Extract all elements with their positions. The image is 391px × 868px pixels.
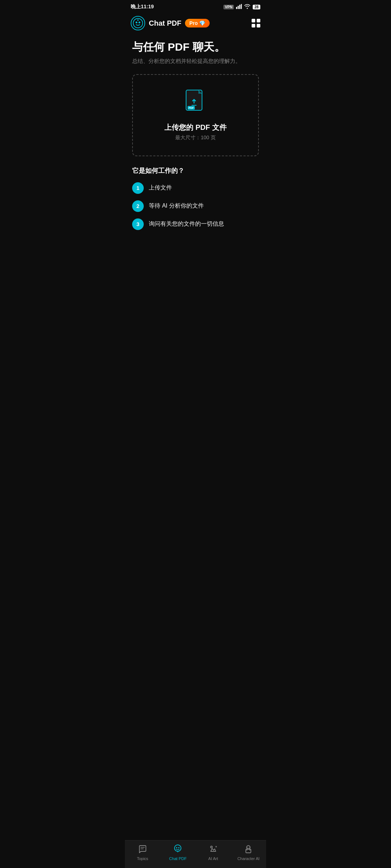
status-bar: 晚上11:19 VPN 28 <box>125 0 266 12</box>
svg-rect-2 <box>239 5 240 9</box>
battery-icon: 28 <box>253 5 260 9</box>
step-text-2: 等待 AI 分析你的文件 <box>149 202 204 210</box>
section-title: 它是如何工作的？ <box>132 166 259 175</box>
svg-text:PDF: PDF <box>189 107 194 109</box>
svg-point-5 <box>136 22 138 24</box>
steps-list: 1 上传文件 2 等待 AI 分析你的文件 3 询问有关您的文件的一切信息 <box>132 182 259 230</box>
app-name: Chat PDF <box>149 19 181 27</box>
step-item-3: 3 询问有关您的文件的一切信息 <box>132 218 259 230</box>
svg-rect-1 <box>237 6 239 9</box>
app-header: Chat PDF Pro 💎 <box>125 12 266 35</box>
step-number-3: 3 <box>132 218 144 230</box>
step-text-3: 询问有关您的文件的一切信息 <box>149 220 224 228</box>
signal-icon <box>236 4 242 10</box>
grid-menu-icon[interactable] <box>252 19 260 27</box>
pdf-upload-icon: PDF <box>185 89 206 117</box>
status-time: 晚上11:19 <box>131 4 154 10</box>
step-item-1: 1 上传文件 <box>132 182 259 194</box>
upload-title: 上传您的 PDF 文件 <box>164 123 226 132</box>
header-left: Chat PDF Pro 💎 <box>131 16 210 30</box>
step-item-2: 2 等待 AI 分析你的文件 <box>132 200 259 212</box>
upload-subtitle: 最大尺寸：100 页 <box>175 135 215 141</box>
step-number-1: 1 <box>132 182 144 194</box>
step-text-1: 上传文件 <box>149 184 172 192</box>
svg-rect-3 <box>241 4 242 9</box>
step-number-2: 2 <box>132 200 144 212</box>
page-title: 与任何 PDF 聊天。 <box>132 41 259 54</box>
vpn-icon: VPN <box>223 5 234 9</box>
upload-box[interactable]: PDF 上传您的 PDF 文件 最大尺寸：100 页 <box>132 74 259 156</box>
pro-badge[interactable]: Pro 💎 <box>185 19 210 27</box>
wifi-icon <box>244 4 251 10</box>
how-it-works-section: 它是如何工作的？ 1 上传文件 2 等待 AI 分析你的文件 3 询问有关您的文… <box>132 166 259 230</box>
status-icons: VPN 28 <box>223 4 260 10</box>
app-logo <box>131 16 145 30</box>
svg-point-6 <box>139 22 140 24</box>
main-content: 与任何 PDF 聊天。 总结、分析您的文档并轻松提高您的理解力。 PDF 上传您… <box>125 35 266 236</box>
page-subtitle: 总结、分析您的文档并轻松提高您的理解力。 <box>132 57 259 65</box>
svg-rect-0 <box>236 7 237 9</box>
